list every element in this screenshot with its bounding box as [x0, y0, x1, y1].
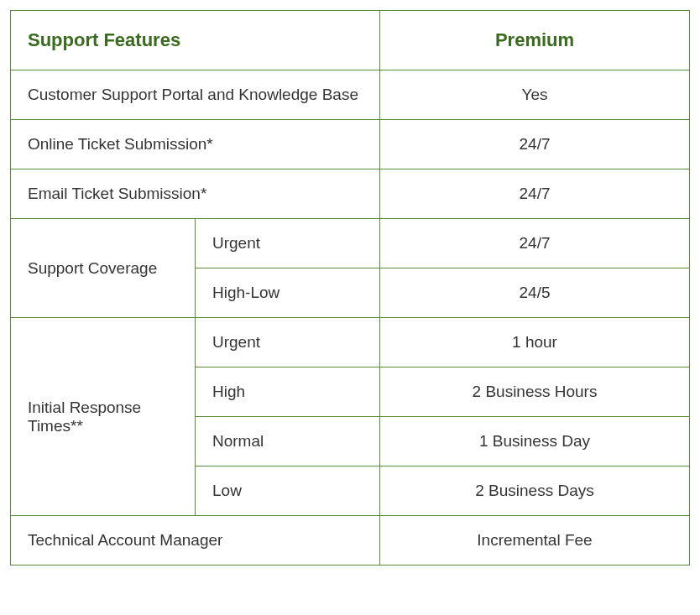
priority-label: Normal: [196, 417, 380, 466]
feature-label: Technical Account Manager: [11, 516, 380, 565]
header-support-features: Support Features: [11, 11, 380, 70]
feature-value: 24/7: [380, 169, 690, 219]
feature-label: Initial Response Times**: [11, 318, 196, 516]
priority-label: Urgent: [196, 219, 380, 268]
feature-label: Customer Support Portal and Knowledge Ba…: [11, 70, 380, 120]
priority-label: Urgent: [196, 318, 380, 367]
table-row: Email Ticket Submission* 24/7: [11, 169, 690, 219]
table-row: Initial Response Times** Urgent 1 hour: [11, 318, 690, 367]
table-row: Technical Account Manager Incremental Fe…: [11, 516, 690, 565]
feature-label: Online Ticket Submission*: [11, 120, 380, 169]
feature-value: 1 hour: [380, 318, 690, 367]
feature-value: Incremental Fee: [380, 516, 690, 565]
feature-label: Support Coverage: [11, 219, 196, 318]
priority-label: Low: [196, 466, 380, 516]
feature-value: 24/7: [380, 219, 690, 268]
feature-value: 24/7: [380, 120, 690, 169]
table-row: Online Ticket Submission* 24/7: [11, 120, 690, 169]
feature-value: 2 Business Days: [380, 466, 690, 516]
table-row: Customer Support Portal and Knowledge Ba…: [11, 70, 690, 120]
priority-label: High-Low: [196, 268, 380, 318]
feature-label: Email Ticket Submission*: [11, 169, 380, 219]
feature-value: 24/5: [380, 268, 690, 318]
feature-value: 1 Business Day: [380, 417, 690, 466]
priority-label: High: [196, 367, 380, 417]
support-features-table: Support Features Premium Customer Suppor…: [10, 10, 690, 565]
table-row: Support Coverage Urgent 24/7: [11, 219, 690, 268]
feature-value: 2 Business Hours: [380, 367, 690, 417]
table-header-row: Support Features Premium: [11, 11, 690, 70]
header-premium: Premium: [380, 11, 690, 70]
feature-value: Yes: [380, 70, 690, 120]
